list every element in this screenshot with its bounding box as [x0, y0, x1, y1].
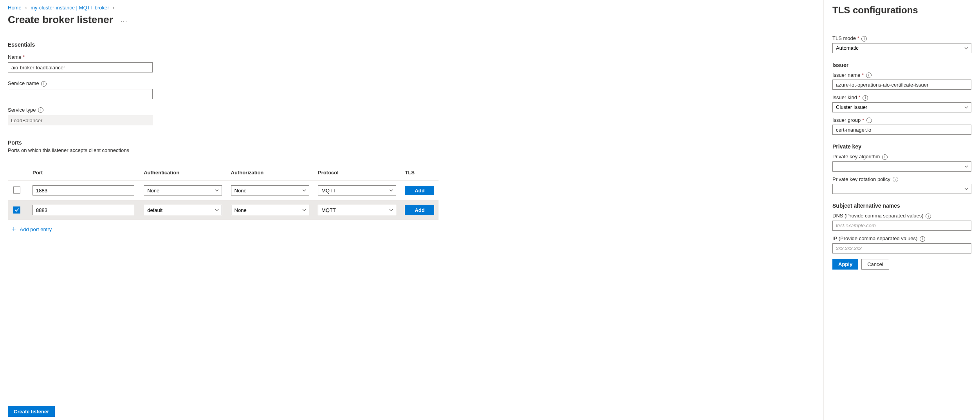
table-row: None None MQTT Add: [8, 181, 439, 201]
main-content: Home › my-cluster-instance | MQTT broker…: [0, 0, 823, 420]
private-key-heading: Private key: [832, 143, 971, 150]
san-heading: Subject alternative names: [832, 203, 971, 209]
col-protocol: Protocol: [315, 165, 402, 181]
issuer-kind-label: Issuer kind * i: [832, 94, 971, 101]
service-name-input[interactable]: [8, 89, 153, 99]
info-icon[interactable]: i: [861, 36, 867, 42]
breadcrumb-home[interactable]: Home: [8, 5, 22, 11]
tls-add-button[interactable]: Add: [405, 205, 434, 215]
breadcrumb: Home › my-cluster-instance | MQTT broker…: [8, 5, 816, 11]
add-port-label: Add port entry: [20, 226, 52, 232]
table-row: default None MQTT Add: [8, 200, 439, 220]
dns-input[interactable]: [832, 221, 971, 231]
issuer-name-label: Issuer name * i: [832, 72, 971, 78]
ports-heading: Ports: [8, 139, 816, 146]
dns-label: DNS (Provide comma separated values) i: [832, 213, 971, 219]
tls-mode-label: TLS mode * i: [832, 35, 971, 42]
info-icon[interactable]: i: [41, 81, 47, 87]
info-icon[interactable]: i: [926, 214, 931, 219]
create-listener-button[interactable]: Create listener: [8, 406, 55, 417]
pk-algorithm-select[interactable]: [832, 161, 971, 172]
cancel-button[interactable]: Cancel: [861, 259, 889, 270]
tls-config-panel: TLS configurations TLS mode * i Automati…: [823, 0, 980, 420]
issuer-kind-select[interactable]: Cluster Issuer: [832, 102, 971, 112]
info-icon[interactable]: i: [38, 107, 43, 113]
issuer-name-input[interactable]: [832, 80, 971, 90]
page-title: Create broker listener: [8, 14, 113, 26]
protocol-select[interactable]: MQTT: [318, 185, 396, 196]
pk-rotation-select[interactable]: [832, 184, 971, 194]
row-checkbox[interactable]: [13, 186, 20, 194]
panel-title: TLS configurations: [832, 5, 971, 16]
add-port-entry-button[interactable]: + Add port entry: [12, 225, 52, 234]
name-input[interactable]: [8, 62, 153, 72]
tls-add-button[interactable]: Add: [405, 186, 434, 195]
service-name-label: Service name i: [8, 80, 816, 87]
ports-table: Port Authentication Authorization Protoc…: [8, 165, 439, 220]
name-label: Name *: [8, 54, 816, 60]
issuer-heading: Issuer: [832, 62, 971, 68]
pk-rotation-label: Private key rotation policy i: [832, 176, 971, 183]
info-icon[interactable]: i: [866, 72, 872, 78]
plus-icon: +: [12, 225, 16, 234]
col-port: Port: [29, 165, 141, 181]
issuer-group-input[interactable]: [832, 125, 971, 135]
chevron-right-icon: ›: [113, 5, 114, 11]
breadcrumb-cluster[interactable]: my-cluster-instance | MQTT broker: [31, 5, 109, 11]
col-authentication: Authentication: [141, 165, 227, 181]
service-type-label: Service type i: [8, 107, 816, 113]
issuer-group-label: Issuer group * i: [832, 117, 971, 123]
col-tls: TLS: [402, 165, 439, 181]
info-icon[interactable]: i: [893, 177, 898, 182]
protocol-select[interactable]: MQTT: [318, 205, 396, 215]
info-icon[interactable]: i: [863, 95, 868, 101]
info-icon[interactable]: i: [866, 118, 872, 123]
ip-input[interactable]: [832, 243, 971, 253]
authorization-select[interactable]: None: [231, 205, 309, 215]
col-authorization: Authorization: [228, 165, 315, 181]
port-input[interactable]: [32, 185, 134, 196]
row-checkbox[interactable]: [13, 206, 20, 214]
essentials-heading: Essentials: [8, 42, 816, 48]
port-input[interactable]: [32, 205, 134, 215]
authentication-select[interactable]: default: [144, 205, 222, 215]
tls-mode-select[interactable]: Automatic: [832, 43, 971, 53]
pk-algorithm-label: Private key algorithm i: [832, 154, 971, 160]
authorization-select[interactable]: None: [231, 185, 309, 196]
chevron-right-icon: ›: [25, 5, 27, 11]
authentication-select[interactable]: None: [144, 185, 222, 196]
apply-button[interactable]: Apply: [832, 259, 858, 270]
more-actions-icon[interactable]: ⋯: [120, 16, 128, 25]
info-icon[interactable]: i: [882, 154, 888, 160]
ip-label: IP (Provide comma separated values) i: [832, 235, 971, 242]
checkmark-icon: [14, 208, 19, 212]
ports-description: Ports on which this listener accepts cli…: [8, 147, 816, 153]
info-icon[interactable]: i: [920, 236, 925, 242]
service-type-input: [8, 115, 153, 125]
